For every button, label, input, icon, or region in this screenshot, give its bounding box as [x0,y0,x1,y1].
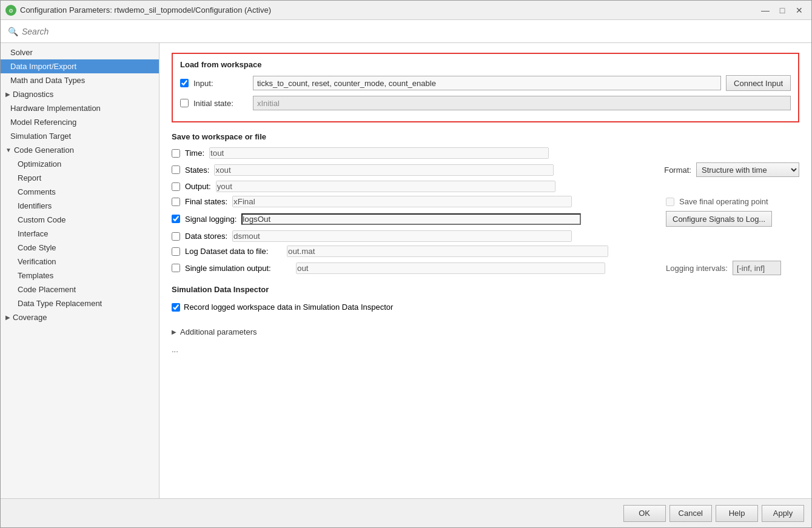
final-states-value-field [232,196,572,207]
signal-logging-value-field[interactable] [241,213,581,225]
single-sim-checkbox[interactable] [172,264,180,272]
sidebar-item-model-referencing[interactable]: Model Referencing [1,115,159,129]
signal-logging-label: Signal logging: [185,215,237,224]
sidebar-item-code-placement[interactable]: Code Placement [1,282,159,296]
window-title: Configuration Parameters: rtwdemo_sil_to… [20,5,271,15]
sidebar-item-math-data-types[interactable]: Math and Data Types [1,73,159,87]
single-sim-row-left: Single simulation output: [172,262,661,274]
log-dataset-row: Log Dataset data to file: [172,246,799,257]
close-button[interactable]: ✕ [792,4,807,16]
sidebar-item-data-type-replacement[interactable]: Data Type Replacement [1,296,159,310]
final-states-checkbox[interactable] [172,198,180,206]
ellipsis: ... [172,345,799,354]
input-value-field[interactable] [253,76,721,90]
sidebar-item-optimization[interactable]: Optimization [1,157,159,171]
initial-state-value-field[interactable] [253,96,791,110]
additional-params-label: Additional parameters [180,327,257,336]
simulation-data-inspector-title: Simulation Data Inspector [172,285,799,294]
titlebar-left: ⚙ Configuration Parameters: rtwdemo_sil_… [5,5,271,16]
sidebar-item-verification[interactable]: Verification [1,255,159,269]
sidebar-item-simulation-target[interactable]: Simulation Target [1,129,159,143]
initial-state-row: Initial state: [180,96,791,110]
states-checkbox[interactable] [172,165,180,174]
record-logged-data-label: Record logged workspace data in Simulati… [184,302,393,312]
app-icon: ⚙ [5,5,16,16]
ok-button[interactable]: OK [623,505,666,522]
sidebar-item-templates-label: Templates [18,271,53,280]
save-to-workspace-section: Save to workspace or file Time: [172,132,799,275]
sidebar-item-comments[interactable]: Comments [1,185,159,199]
sidebar-item-diagnostics-label: Diagnostics [13,90,53,99]
initial-state-checkbox[interactable] [180,99,189,107]
apply-button[interactable]: Apply [762,505,804,522]
connect-input-button[interactable]: Connect Input [726,75,791,91]
output-checkbox[interactable] [172,182,180,191]
diagnostics-triangle-icon: ▶ [5,91,10,98]
input-label: Input: [193,79,248,88]
titlebar: ⚙ Configuration Parameters: rtwdemo_sil_… [1,1,811,20]
format-label: Format: [664,165,691,175]
sidebar-item-code-style-label: Code Style [18,243,56,252]
maximize-button[interactable]: □ [775,4,790,16]
save-grid: Time: States: Format: [172,147,799,275]
states-value-field [214,164,554,176]
configure-signals-button[interactable]: Configure Signals to Log... [666,211,772,227]
log-dataset-label: Log Dataset data to file: [185,247,282,256]
format-select[interactable]: Structure with time Array Structure [696,162,799,177]
sidebar: Solver Data Import/Export Math and Data … [1,43,159,498]
minimize-button[interactable]: — [758,4,773,16]
sidebar-item-solver[interactable]: Solver [1,45,159,59]
signal-logging-checkbox[interactable] [172,215,180,223]
sidebar-item-interface-label: Interface [18,229,49,238]
sidebar-item-code-placement-label: Code Placement [18,285,76,294]
sidebar-item-hardware-impl[interactable]: Hardware Implementation [1,101,159,115]
sidebar-item-report-label: Report [18,173,41,182]
sidebar-item-custom-code[interactable]: Custom Code [1,213,159,227]
code-gen-triangle-icon: ▼ [5,147,12,153]
additional-params-row[interactable]: ▶ Additional parameters [172,324,799,340]
sidebar-item-diagnostics[interactable]: ▶ Diagnostics [1,87,159,101]
final-states-row-left: Final states: [172,196,661,207]
signal-logging-row-left: Signal logging: [172,213,661,225]
sidebar-item-report[interactable]: Report [1,171,159,185]
data-stores-label: Data stores: [185,232,227,241]
sidebar-item-identifiers[interactable]: Identifiers [1,199,159,213]
help-button[interactable]: Help [716,505,758,522]
logging-intervals-field[interactable] [733,261,781,275]
load-from-workspace-title: Load from workspace [180,60,791,69]
record-logged-data-checkbox[interactable] [172,303,180,312]
sidebar-item-templates[interactable]: Templates [1,269,159,282]
final-states-row: Final states: Save final operating point [172,196,799,207]
cancel-button[interactable]: Cancel [669,505,712,522]
search-input[interactable] [22,27,143,36]
sidebar-item-solver-label: Solver [10,48,33,57]
simulation-data-inspector-section: Simulation Data Inspector Record logged … [172,285,799,314]
search-icon: 🔍 [8,27,18,36]
input-checkbox[interactable] [180,79,189,87]
additional-params-triangle-icon: ▶ [172,329,176,335]
sidebar-item-simulation-label: Simulation Target [10,132,71,141]
sidebar-item-data-type-replacement-label: Data Type Replacement [18,299,102,308]
sidebar-item-model-label: Model Referencing [10,118,76,127]
sidebar-item-hardware-label: Hardware Implementation [10,104,101,113]
sidebar-item-math-label: Math and Data Types [10,76,85,85]
inspector-row: Record logged workspace data in Simulati… [172,300,799,314]
sidebar-item-data-import-export-label: Data Import/Export [10,62,76,71]
sidebar-item-code-gen-label: Code Generation [14,145,74,155]
data-stores-checkbox[interactable] [172,232,180,241]
time-label: Time: [185,149,204,158]
sidebar-item-coverage-label: Coverage [13,313,47,322]
sidebar-item-code-style[interactable]: Code Style [1,241,159,255]
log-dataset-checkbox[interactable] [172,247,180,256]
titlebar-controls: — □ ✕ [758,4,807,16]
save-final-operating-point-checkbox[interactable] [666,198,674,206]
states-row-right: Format: Structure with time Array Struct… [664,162,799,177]
sidebar-item-code-generation[interactable]: ▼ Code Generation [1,143,159,157]
output-row-left: Output: [172,181,799,192]
log-dataset-value-field [287,246,608,257]
time-checkbox[interactable] [172,149,180,158]
main-content: Solver Data Import/Export Math and Data … [1,43,811,498]
sidebar-item-data-import-export[interactable]: Data Import/Export [1,59,159,73]
sidebar-item-interface[interactable]: Interface [1,227,159,241]
sidebar-item-coverage[interactable]: ▶ Coverage [1,310,159,324]
